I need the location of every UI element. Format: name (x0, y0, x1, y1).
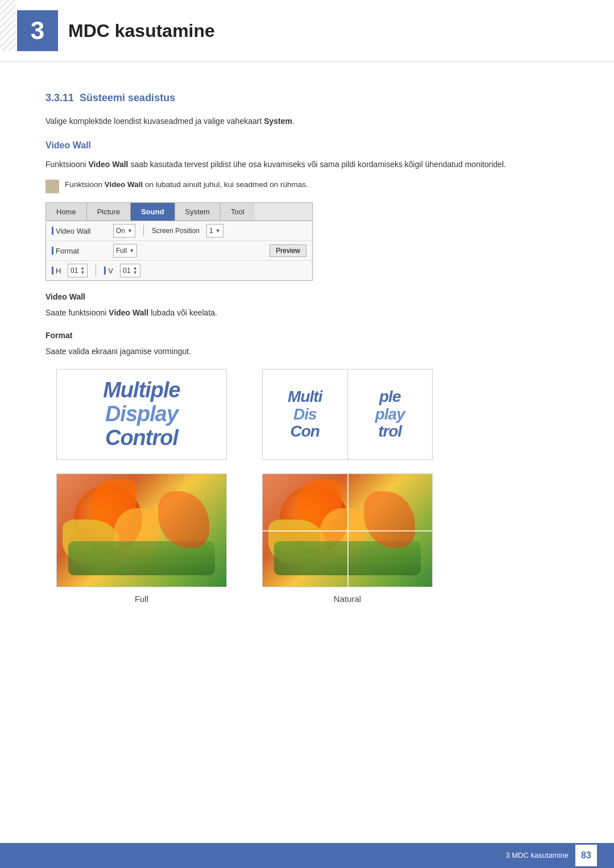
full-logo-image: Multiple Display Control (56, 369, 227, 460)
format-images-grid: Multiple Display Control Multi Dis Con (45, 369, 443, 606)
panel-tabs: Home Picture Sound System Tool (46, 203, 312, 222)
chevron-down-icon: ▼ (127, 227, 132, 235)
flower-full-item: Full (45, 474, 238, 606)
full-logo-item: Multiple Display Control (45, 369, 238, 460)
natural-logo-item: Multi Dis Con ple play trol (251, 369, 443, 460)
format-sub-label: Format (45, 330, 569, 342)
section-number: 3.3.11 (45, 92, 74, 103)
screen-position-label: Screen Position (152, 226, 200, 236)
h-spinner[interactable]: 01 ▲ ▼ (68, 264, 88, 277)
natural-logo-image: Multi Dis Con ple play trol (262, 369, 433, 460)
footer-text: 3 MDC kasutamine (505, 850, 569, 861)
stripe-decoration (0, 0, 16, 51)
section-heading: 3.3.11 Süsteemi seadistus (45, 90, 569, 106)
main-content: 3.3.11 Süsteemi seadistus Valige komplek… (0, 62, 614, 663)
natural-logo-left: Multi Dis Con (263, 369, 347, 459)
video-wall-description: Funktsiooni Video Wall saab kasutada ter… (45, 158, 569, 171)
label-bar (52, 247, 53, 255)
natural-logo-right: ple play trol (348, 369, 433, 459)
hv-row: H 01 ▲ ▼ V 01 ▲ (46, 261, 312, 280)
chapter-header: 3 MDC kasutamine (0, 0, 614, 62)
flower-full-image (56, 474, 227, 587)
h-label: H (52, 265, 63, 277)
panel-body: Video Wall On ▼ Screen Position 1 ▼ Form… (46, 221, 312, 280)
intro-text-after: . (292, 117, 294, 126)
row-divider (143, 225, 144, 236)
chevron-down-icon: ▼ (215, 227, 221, 235)
video-wall-heading: Video Wall (45, 139, 569, 152)
tab-tool[interactable]: Tool (221, 203, 255, 221)
video-wall-select[interactable]: On ▼ (113, 224, 135, 238)
note-box: Funktsioon Video Wall on lubatud ainult … (45, 179, 569, 193)
footer-page-number: 83 (575, 845, 597, 866)
preview-button[interactable]: Preview (269, 244, 306, 257)
format-row: Format Full ▼ Preview (46, 241, 312, 261)
note-icon (45, 180, 59, 193)
v-label: V (104, 265, 115, 277)
mdc-panel: Home Picture Sound System Tool Video Wal… (45, 202, 313, 281)
format-select[interactable]: Full ▼ (113, 244, 137, 258)
format-sub-text: Saate valida ekraani jagamise vormingut. (45, 345, 569, 358)
h-spinner-arrows: ▲ ▼ (80, 266, 85, 275)
note-text: Funktsioon Video Wall on lubatud ainult … (65, 179, 308, 190)
v-spinner[interactable]: 01 ▲ ▼ (120, 264, 140, 277)
video-wall-sub-text: Saate funktsiooni Video Wall lubada või … (45, 306, 569, 319)
tab-sound[interactable]: Sound (131, 203, 175, 221)
chapter-number: 3 (31, 12, 44, 49)
video-wall-row: Video Wall On ▼ Screen Position 1 ▼ (46, 221, 312, 241)
label-bar (52, 267, 53, 275)
chapter-title: MDC kasutamine (68, 17, 215, 44)
label-bar (104, 267, 106, 275)
row-divider (96, 265, 96, 276)
flower-natural-item: Natural (251, 474, 443, 606)
natural-logo-text-right: ple play trol (375, 388, 405, 441)
section-title: Süsteemi seadistus (80, 92, 175, 103)
tab-system[interactable]: System (175, 203, 221, 221)
intro-bold: System (264, 117, 292, 126)
flower-natural-image (262, 474, 433, 587)
full-caption: Full (135, 593, 148, 606)
video-wall-sub-label: Video Wall (45, 291, 569, 303)
chapter-number-box: 3 (17, 10, 58, 51)
screen-position-select[interactable]: 1 ▼ (206, 224, 223, 238)
full-logo-text: Multiple Display Control (103, 379, 180, 450)
intro-text-before: Valige komplektide loendist kuvaseadmed … (45, 117, 264, 126)
v-spinner-arrows: ▲ ▼ (133, 266, 138, 275)
format-label: Format (52, 246, 109, 257)
footer: 3 MDC kasutamine 83 (0, 843, 614, 868)
video-wall-label: Video Wall (52, 226, 109, 237)
tab-picture[interactable]: Picture (87, 203, 131, 221)
natural-caption: Natural (334, 593, 361, 606)
label-bar (52, 227, 53, 235)
chevron-down-icon: ▼ (129, 247, 134, 255)
intro-text: Valige komplektide loendist kuvaseadmed … (45, 115, 569, 127)
tab-home[interactable]: Home (46, 203, 87, 221)
natural-logo-text-left: Multi Dis Con (288, 388, 322, 441)
